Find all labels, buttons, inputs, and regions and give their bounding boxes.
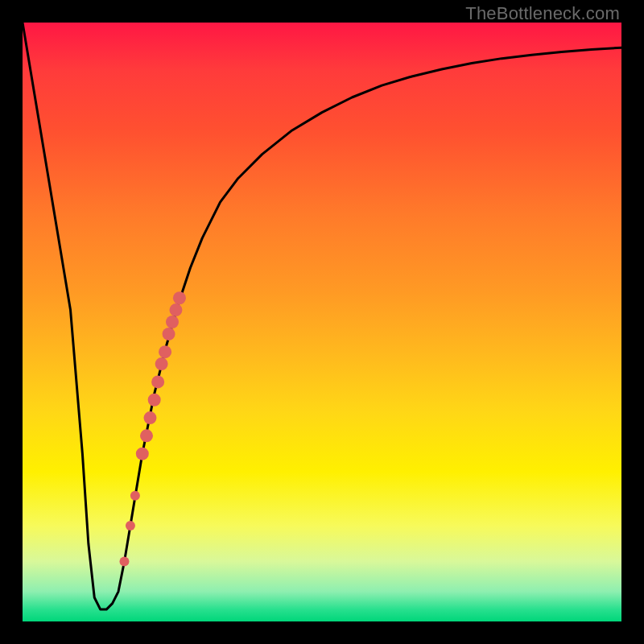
- chart-frame: TheBottleneck.com: [0, 0, 644, 644]
- chart-svg: [23, 23, 621, 621]
- bottleneck-curve-path: [23, 23, 621, 609]
- data-marker: [169, 303, 182, 316]
- attribution-text: TheBottleneck.com: [465, 3, 620, 24]
- data-marker: [155, 357, 168, 370]
- data-marker: [136, 448, 149, 460]
- data-marker: [159, 345, 171, 358]
- data-marker: [140, 429, 153, 442]
- data-marker: [130, 491, 140, 501]
- plot-area: [23, 23, 621, 621]
- data-marker: [143, 411, 156, 424]
- data-marker: [126, 521, 135, 530]
- data-marker: [148, 394, 161, 407]
- data-marker: [119, 557, 129, 567]
- data-marker: [166, 316, 179, 328]
- highlighted-points: [119, 291, 185, 566]
- data-marker: [151, 375, 164, 388]
- data-marker: [173, 291, 186, 304]
- data-marker: [163, 328, 175, 341]
- bottleneck-curve: [23, 23, 621, 609]
